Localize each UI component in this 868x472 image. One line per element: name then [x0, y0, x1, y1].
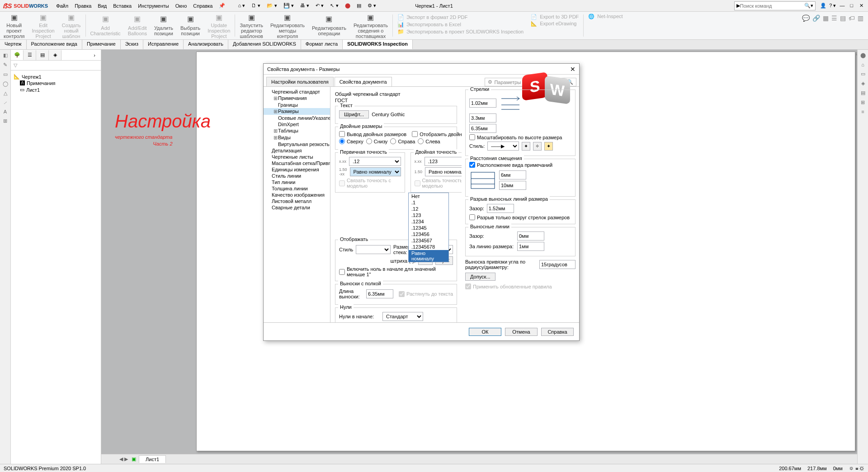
tool-icon[interactable]: ◯: [3, 81, 8, 87]
task-icon[interactable]: ▭: [861, 71, 865, 77]
dd-item-5[interactable]: .12345: [409, 225, 448, 231]
leading-zero-check[interactable]: Включить ноль в начале для значений мень…: [339, 266, 453, 277]
menu-file[interactable]: Файл: [56, 3, 68, 9]
grid-icon[interactable]: ▦: [823, 14, 829, 22]
arrow-style-select[interactable]: ——▶: [487, 142, 519, 151]
task-icon[interactable]: ⌂: [861, 62, 864, 67]
frac-style-select[interactable]: [356, 245, 391, 254]
cmd-tab-2[interactable]: Примечание: [82, 40, 121, 49]
task-icon[interactable]: ⬤: [860, 52, 866, 58]
export-2d-pdf[interactable]: Экспорт в формат 2D PDF: [406, 14, 467, 20]
nav-item-7[interactable]: ⊞Виды: [264, 134, 330, 141]
annotation-view-check[interactable]: Расположение вида примечаний: [469, 162, 571, 168]
close-button[interactable]: ✕: [857, 3, 865, 9]
arrow-opt2[interactable]: ✧: [533, 142, 542, 151]
settings-icon[interactable]: ⚙ ▾: [368, 3, 376, 9]
options-icon[interactable]: ▤: [357, 3, 361, 9]
balloon-icon[interactable]: 💬: [802, 14, 810, 22]
save-icon[interactable]: 💾 ▾: [283, 3, 294, 9]
tool-icon[interactable]: △: [4, 90, 7, 96]
maximize-button[interactable]: □: [848, 3, 856, 8]
ext-gap-input[interactable]: [517, 231, 544, 241]
table-icon[interactable]: ▤: [840, 14, 846, 22]
cmd-tab-8[interactable]: SOLIDWORKS Inspection: [343, 40, 413, 49]
cmd-tab-6[interactable]: Добавления SOLIDWORKS: [228, 40, 301, 49]
nav-item-14[interactable]: Тип линии: [264, 179, 330, 185]
fm-tab-prop-icon[interactable]: ☰: [24, 50, 36, 60]
minimize-button[interactable]: —: [838, 3, 846, 8]
menu-insert[interactable]: Вставка: [113, 3, 132, 9]
cmd-tab-3[interactable]: Эскиз: [121, 40, 143, 49]
fm-root[interactable]: 📐Чертеж1: [14, 73, 98, 80]
home-icon[interactable]: ⌂ ▾: [238, 3, 245, 9]
link-precision-check-2[interactable]: Связать точность с моделью: [415, 178, 462, 189]
new-icon[interactable]: 🗋 ▾: [251, 3, 260, 9]
cmd-tab-1[interactable]: Расположение вида: [27, 40, 82, 49]
nav-item-18[interactable]: Сварные детали: [264, 204, 330, 211]
nav-item-16[interactable]: Качество изображения: [264, 192, 330, 198]
arrow-v3-input[interactable]: [469, 124, 496, 133]
task-icon[interactable]: ≡: [861, 109, 864, 114]
ok-button[interactable]: ОК: [469, 328, 501, 336]
dd-item-8[interactable]: .12345678: [409, 244, 448, 250]
link-precision-check[interactable]: Связать точность с моделью: [339, 178, 401, 189]
cmd-tab-7[interactable]: Формат листа: [301, 40, 343, 49]
dual-bottom-radio[interactable]: Снизу: [366, 138, 388, 144]
nav-item-9[interactable]: Детализация: [264, 147, 330, 154]
nav-item-2[interactable]: Границы: [264, 102, 330, 108]
arrow-scale-check[interactable]: Масштабировать по высоте размера: [469, 134, 571, 140]
nav-item-8[interactable]: Виртуальная резкость: [264, 141, 330, 147]
fm-tab-conf-icon[interactable]: ▤: [36, 50, 49, 60]
rebuild-icon[interactable]: ⬤: [345, 3, 350, 9]
fm-expand-icon[interactable]: ›: [88, 50, 101, 60]
ribbon-btn-10[interactable]: ▣Редактироватьоперации: [308, 12, 350, 39]
fm-sheet[interactable]: ▭Лист1: [20, 86, 98, 93]
nav-item-15[interactable]: Толщина линии: [264, 185, 330, 192]
font-button[interactable]: Шрифт...: [339, 110, 369, 118]
ribbon-btn-0[interactable]: ▣Новыйпроектконтроля: [0, 12, 28, 39]
break-only-check[interactable]: Разрыв только вокруг стрелок размеров: [469, 214, 571, 220]
fm-annotations[interactable]: 🅰Примечания: [20, 80, 98, 86]
ribbon-btn-6[interactable]: ▣Выбратьпозиции: [177, 12, 204, 39]
filter-icon[interactable]: ▽: [14, 62, 17, 68]
precision-dropdown-open[interactable]: Нет.1.12.123.1234.12345.123456.1234567.1…: [408, 193, 449, 262]
menu-edit[interactable]: Правка: [75, 3, 91, 9]
menu-help[interactable]: Справка: [193, 3, 212, 9]
ribbon-btn-11[interactable]: ▣Редактироватьсведения опоставщиках: [350, 12, 392, 39]
sheet-tab[interactable]: Лист1: [139, 455, 166, 463]
primary-tolerance-select[interactable]: Равно номиналу: [350, 167, 401, 176]
dual-tolerance-select[interactable]: Равно номиналу: [425, 167, 462, 176]
tool-icon[interactable]: A: [4, 109, 7, 114]
dd-item-7[interactable]: .1234567: [409, 237, 448, 244]
command-search[interactable]: ▶ 🔍▾: [734, 1, 816, 10]
tab-user-settings[interactable]: Настройки пользователя: [266, 77, 334, 86]
export-edrawing[interactable]: Export eDrawing: [540, 21, 576, 27]
nav-item-5[interactable]: DimXpert: [264, 121, 330, 127]
dual-right-radio[interactable]: Справа: [390, 138, 415, 144]
net-inspect[interactable]: Net-Inspect: [597, 14, 623, 19]
arrow-opt3[interactable]: ✦: [544, 142, 553, 151]
arrow-opt1[interactable]: ✦: [522, 142, 530, 151]
ext-beyond-input[interactable]: [517, 242, 544, 251]
undo-icon[interactable]: ↶ ▾: [316, 3, 324, 9]
dual-units-check[interactable]: Отобразить двойные единицы измерения: [412, 131, 462, 137]
dd-item-1[interactable]: .1: [409, 199, 448, 206]
task-icon[interactable]: ◈: [861, 80, 865, 86]
nav-item-17[interactable]: Листовой металл: [264, 198, 330, 204]
print-icon[interactable]: 🖶 ▾: [300, 3, 309, 9]
dd-item-0[interactable]: Нет: [409, 193, 448, 199]
status-icons[interactable]: ⛭ ▤ ⚙: [849, 466, 864, 471]
dd-item-6[interactable]: .123456: [409, 231, 448, 237]
nav-item-0[interactable]: Чертежный стандарт: [264, 89, 330, 95]
nav-item-6[interactable]: ⊞Таблицы: [264, 127, 330, 134]
link-icon[interactable]: 🔗: [812, 14, 820, 22]
tab-document-properties[interactable]: Свойства документа: [335, 77, 392, 86]
break-gap-input[interactable]: [487, 204, 514, 213]
primary-precision-select[interactable]: .12: [349, 157, 401, 166]
task-icon[interactable]: ⊞: [861, 99, 865, 105]
leading-zeros-select[interactable]: Стандарт: [382, 312, 423, 321]
pin-icon[interactable]: 📌: [219, 3, 225, 9]
user-icon[interactable]: 👤: [819, 3, 827, 9]
tolerance-button[interactable]: Допуск...: [465, 273, 495, 281]
cmd-tab-5[interactable]: Анализировать: [184, 40, 228, 49]
